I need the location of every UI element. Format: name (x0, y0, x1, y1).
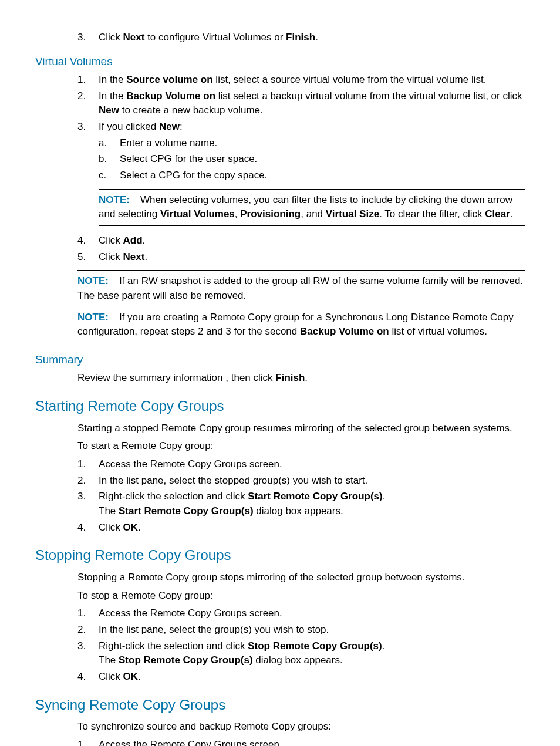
text: : (180, 121, 183, 132)
bold-text: Add (123, 235, 143, 246)
list-content: Click Next. (99, 250, 525, 265)
list-content: Access the Remote Copy Groups screen. (99, 738, 525, 746)
list-content: Enter a volume name. (120, 136, 525, 151)
text: to create a new backup volume. (119, 104, 263, 116)
paragraph: To start a Remote Copy group: (77, 439, 525, 454)
bold-text: Next (123, 32, 145, 43)
text: . (143, 235, 146, 246)
text: list select a backup virtual volume from… (215, 90, 522, 102)
list-item: a. Enter a volume name. (99, 136, 525, 151)
list-content: In the Backup Volume on list select a ba… (99, 89, 525, 118)
paragraph: To stop a Remote Copy group: (77, 589, 525, 603)
note-box: NOTE:If you are creating a Remote Copy g… (77, 307, 525, 343)
text: . (382, 640, 385, 652)
virtual-volumes-list: 1. In the Source volume on list, select … (77, 73, 525, 264)
stopping-list: 1. Access the Remote Copy Groups screen.… (77, 606, 525, 684)
document-page: 3. Click Next to configure Virtual Volum… (0, 0, 560, 746)
list-number: 2. (77, 474, 99, 488)
bold-text: Virtual Size (326, 208, 379, 220)
text: Click (99, 671, 123, 682)
note-label: NOTE: (99, 194, 130, 205)
stopping-heading: Stopping Remote Copy Groups (35, 545, 525, 566)
list-number: 1. (77, 457, 99, 472)
list-number: 4. (77, 234, 99, 248)
paragraph: To synchronize source and backup Remote … (77, 720, 525, 734)
list-item: 2. In the Backup Volume on list select a… (77, 89, 525, 118)
list-number: 1. (77, 606, 99, 621)
text: , and (301, 208, 326, 220)
list-content: In the Source volume on list, select a s… (99, 73, 525, 87)
note-stack: NOTE:If an RW snapshot is added to the g… (77, 270, 525, 343)
bold-text: New (99, 104, 119, 116)
bold-text: Finish (275, 372, 305, 383)
text: Right-click the selection and click (99, 640, 248, 652)
text: In the (99, 90, 126, 102)
note-box: NOTE:When selecting volumes, you can fil… (99, 189, 525, 226)
list-content: Select CPG for the user space. (120, 152, 525, 167)
list-number: 2. (77, 623, 99, 637)
text: . (305, 372, 308, 383)
text: , (235, 208, 240, 220)
list-content: In the list pane, select the stopped gro… (99, 474, 525, 488)
list-number: 5. (77, 250, 99, 265)
list-content: Select a CPG for the copy space. (120, 168, 525, 183)
text: . (383, 491, 386, 502)
bold-text: Clear (485, 208, 510, 220)
bold-text: OK (123, 671, 139, 682)
text: Click (99, 522, 123, 533)
list-content: Access the Remote Copy Groups screen. (99, 457, 525, 472)
list-content: Access the Remote Copy Groups screen. (99, 606, 525, 621)
text: . (144, 251, 147, 262)
note-label: NOTE: (77, 312, 109, 323)
text: . (315, 32, 318, 43)
bold-text: Start Remote Copy Group(s) (119, 505, 254, 517)
virtual-volumes-heading: Virtual Volumes (35, 53, 525, 70)
list-item: 3. Right-click the selection and click S… (77, 490, 525, 518)
list-number: 3. (77, 490, 99, 518)
list-item: c. Select a CPG for the copy space. (99, 168, 525, 183)
text: . (138, 522, 141, 533)
list-number: 3. (77, 639, 99, 668)
text: list, select a source virtual volume fro… (213, 74, 487, 85)
text: . (138, 671, 141, 682)
list-item: 3. Right-click the selection and click S… (77, 639, 525, 668)
list-number: 3. (77, 31, 99, 45)
list-number: 1. (77, 73, 99, 87)
text: Right-click the selection and click (99, 491, 248, 502)
syncing-list: 1. Access the Remote Copy Groups screen.… (77, 738, 525, 746)
list-number: 1. (77, 738, 99, 746)
list-item: 4. Click Add. (77, 234, 525, 248)
paragraph: Stopping a Remote Copy group stops mirro… (77, 571, 525, 585)
list-item: 5. Click Next. (77, 250, 525, 265)
list-item: 2. In the list pane, select the group(s)… (77, 623, 525, 637)
syncing-heading: Syncing Remote Copy Groups (35, 695, 525, 715)
bold-text: Backup Volume on (126, 90, 215, 102)
bold-text: Provisioning (240, 208, 301, 220)
bold-text: Next (123, 251, 145, 262)
list-item: 3. Click Next to configure Virtual Volum… (77, 31, 525, 45)
bold-text: OK (123, 522, 139, 533)
list-content: Right-click the selection and click Star… (99, 490, 525, 518)
list-content: Click Next to configure Virtual Volumes … (99, 31, 525, 45)
text: Click (99, 235, 123, 246)
list-number: 4. (77, 670, 99, 684)
text: The (99, 654, 119, 666)
bold-text: Finish (286, 32, 315, 43)
list-content: If you clicked New: a. Enter a volume na… (99, 120, 525, 232)
list-item: 1. Access the Remote Copy Groups screen. (77, 606, 525, 621)
paragraph: Starting a stopped Remote Copy group res… (77, 421, 525, 436)
text: to configure Virtual Volumes or (144, 32, 286, 43)
bold-text: New (159, 121, 180, 132)
sub-list: a. Enter a volume name. b. Select CPG fo… (99, 136, 525, 183)
list-number: b. (99, 152, 120, 167)
text: dialog box appears. (253, 654, 343, 666)
list-item: 4. Click OK. (77, 670, 525, 684)
list-item: b. Select CPG for the user space. (99, 152, 525, 167)
intro-list: 3. Click Next to configure Virtual Volum… (77, 31, 525, 45)
list-number: a. (99, 136, 120, 151)
bold-text: Virtual Volumes (160, 208, 235, 220)
text: If an RW snapshot is added to the group … (77, 275, 523, 301)
note-label: NOTE: (77, 275, 109, 286)
list-item: 1. In the Source volume on list, select … (77, 73, 525, 87)
text: Review the summary information , then cl… (77, 372, 275, 383)
